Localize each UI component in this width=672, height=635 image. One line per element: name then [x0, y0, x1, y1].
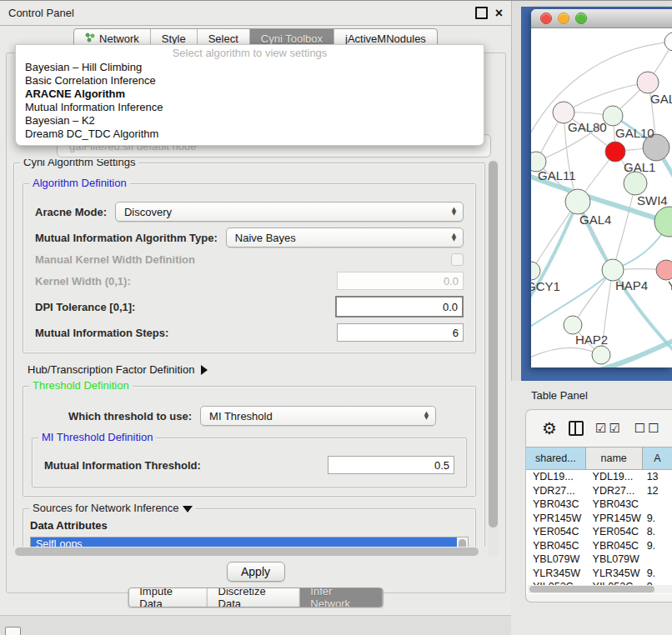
- mi-steps-field[interactable]: 6: [337, 323, 464, 342]
- which-threshold-label: Which threshold to use:: [68, 410, 192, 422]
- tab-impute-data[interactable]: Impute Data: [128, 588, 207, 607]
- network-window: GALGAL80GAL10GAL1GAL11SWI4GAL4GCY1HAP4YH…: [531, 9, 672, 368]
- node-label: HAP4: [615, 278, 648, 292]
- table-cell: YBL079W: [526, 552, 586, 567]
- table-row[interactable]: YLR345WYLR345W9.: [526, 567, 672, 581]
- group-title: MI Threshold Definition: [38, 431, 156, 443]
- network-edge[interactable]: [564, 82, 648, 112]
- node-label: GCY1: [531, 279, 560, 293]
- split-columns-icon[interactable]: [569, 421, 584, 436]
- table-row[interactable]: YBR045CYBR045C9.: [526, 539, 672, 553]
- network-node[interactable]: [654, 207, 672, 237]
- network-node[interactable]: [605, 142, 625, 162]
- table-cell: YBR043C: [526, 498, 586, 512]
- close-traffic-light-icon[interactable]: [540, 12, 552, 24]
- horizontal-scrollbar[interactable]: [12, 547, 487, 558]
- table-row[interactable]: YDL19...YDL19...13: [526, 470, 672, 484]
- table-row[interactable]: YER054CYER054C8.: [526, 525, 672, 539]
- dropdown-item[interactable]: Basic Correlation Inference: [16, 74, 484, 88]
- network-icon: [85, 32, 95, 45]
- table-row[interactable]: YPR145WYPR145W9.: [526, 512, 672, 526]
- bottom-tab-bar: Impute Data Discretize Data Infer Networ…: [128, 588, 384, 608]
- network-node[interactable]: [624, 172, 647, 195]
- table-cell: YDR27...: [526, 484, 586, 498]
- table-row[interactable]: YBR043CYBR043C: [526, 498, 672, 512]
- mi-type-select[interactable]: Naive Bayes ▲▼: [226, 228, 464, 248]
- column-header-shared-name[interactable]: shared...: [526, 448, 586, 469]
- table-cell: YBL079W: [586, 552, 643, 567]
- node-label: HAP2: [575, 332, 608, 347]
- table-header: shared... name A: [526, 447, 672, 470]
- network-node[interactable]: [664, 32, 672, 51]
- data-attributes-label: Data Attributes: [30, 519, 469, 532]
- table-toolbar: ⚙ ☑☑ ☐☐: [526, 410, 672, 447]
- vertical-scrollbar[interactable]: [488, 159, 499, 558]
- table-cell: [643, 498, 672, 512]
- settings-scrollpane: Cyni Algorithm Settings Algorithm Defini…: [12, 159, 499, 558]
- dpi-tolerance-field[interactable]: 0.0: [335, 296, 464, 318]
- table-cell: 13: [643, 470, 672, 484]
- aracne-mode-select[interactable]: Discovery ▲▼: [115, 202, 464, 222]
- network-node[interactable]: [656, 260, 672, 280]
- kernel-width-field: 0.0: [337, 272, 464, 290]
- network-node[interactable]: [592, 346, 610, 364]
- mi-threshold-label: Mutual Information Threshold:: [44, 459, 201, 472]
- float-window-icon[interactable]: [475, 7, 488, 19]
- mi-steps-label: Mutual Information Steps:: [35, 327, 168, 339]
- table-cell: YER054C: [526, 525, 586, 539]
- cyni-algorithm-settings-group: Cyni Algorithm Settings Algorithm Defini…: [13, 162, 485, 558]
- table-cell: YER054C: [586, 525, 643, 539]
- network-node[interactable]: [564, 316, 582, 334]
- dropdown-item[interactable]: Bayesian – Hill Climbing: [16, 61, 484, 74]
- table-cell: 12: [643, 484, 672, 498]
- column-header-partial[interactable]: A: [643, 448, 672, 469]
- apply-button[interactable]: Apply: [227, 562, 285, 582]
- tab-label: Network: [99, 32, 139, 45]
- hub-definition-toggle[interactable]: Hub/Transcription Factor Definition: [28, 363, 471, 376]
- dropdown-item[interactable]: Mutual Information Inference: [16, 101, 484, 114]
- column-header-name[interactable]: name: [586, 448, 643, 469]
- mi-threshold-field[interactable]: 0.5: [328, 456, 454, 474]
- algorithm-dropdown: Select algorithm to view settings Bayesi…: [15, 44, 484, 146]
- settings-gear-icon[interactable]: ⚙: [542, 418, 557, 438]
- group-title: Cyni Algorithm Settings: [20, 159, 138, 168]
- node-label: GAL80: [568, 120, 607, 134]
- network-canvas[interactable]: GALGAL80GAL10GAL1GAL11SWI4GAL4GCY1HAP4YH…: [531, 28, 672, 368]
- hide-columns-icon[interactable]: ☐☐: [634, 421, 662, 436]
- network-desktop: GALGAL80GAL10GAL1GAL11SWI4GAL4GCY1HAP4YH…: [521, 7, 672, 381]
- table-row[interactable]: YDR27...YDR27...12: [526, 484, 672, 498]
- stepper-arrows-icon: ▲▼: [448, 208, 460, 216]
- minimize-traffic-light-icon[interactable]: [558, 12, 569, 24]
- table-cell: YDL19...: [586, 470, 643, 484]
- tab-discretize-data[interactable]: Discretize Data: [208, 588, 300, 607]
- network-window-titlebar[interactable]: [531, 9, 672, 28]
- network-edge[interactable]: [531, 348, 601, 360]
- manual-kernel-checkbox[interactable]: [451, 253, 464, 266]
- group-title: Sources for Network Inference: [29, 502, 196, 514]
- table-cell: 9.: [643, 539, 672, 553]
- control-panel-window: Control Panel ×: [0, 1, 512, 616]
- network-node[interactable]: [637, 72, 659, 93]
- table-browser: ⚙ ☑☑ ☐☐ shared... name A YDL19...YDL19..…: [525, 409, 672, 602]
- close-icon[interactable]: ×: [495, 8, 503, 18]
- network-node[interactable]: [565, 189, 590, 214]
- dropdown-item[interactable]: Bayesian – K2: [16, 114, 484, 128]
- collapse-arrow-icon: [183, 506, 193, 512]
- table-cell: 9.: [643, 512, 672, 526]
- table-cell: YDR27...: [586, 484, 643, 498]
- group-title: Algorithm Definition: [29, 177, 130, 189]
- dpi-tolerance-label: DPI Tolerance [0,1]:: [35, 301, 135, 313]
- zoom-traffic-light-icon[interactable]: [575, 12, 587, 24]
- table-row[interactable]: YBL079WYBL079W: [526, 552, 672, 567]
- network-node[interactable]: [531, 262, 540, 280]
- table-horizontal-scrollbar[interactable]: [528, 585, 672, 593]
- dropdown-item-highlighted[interactable]: ARACNE Algorithm: [16, 88, 484, 101]
- mi-type-label: Mutual Information Algorithm Type:: [35, 232, 218, 244]
- dropdown-item[interactable]: Dream8 DC_TDC Algorithm: [16, 128, 484, 141]
- table-cell: YPR145W: [526, 512, 586, 526]
- which-threshold-select[interactable]: MI Threshold ▲▼: [200, 406, 436, 426]
- show-columns-icon[interactable]: ☑☑: [595, 421, 623, 436]
- table-panel-mini-icon[interactable]: [5, 627, 21, 635]
- tab-infer-network[interactable]: Infer Network: [299, 588, 382, 607]
- network-edge[interactable]: [613, 183, 635, 270]
